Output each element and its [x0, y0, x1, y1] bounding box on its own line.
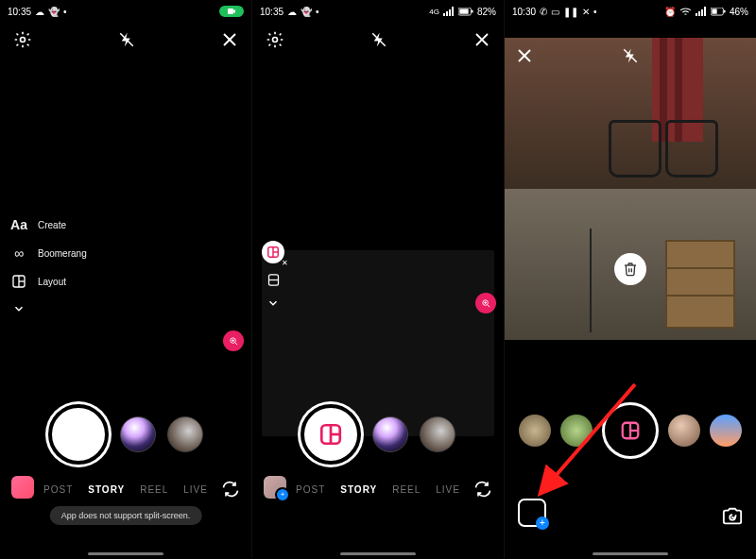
status-dot: • [593, 7, 597, 17]
camera-switch-icon[interactable] [473, 480, 492, 499]
close-small-icon: ✕ [582, 7, 590, 17]
effect-thumb-1[interactable] [120, 416, 156, 452]
shelf-decor [665, 240, 735, 329]
layout-selected-button[interactable]: ✕ [262, 241, 284, 263]
settings-icon[interactable] [13, 30, 32, 49]
capture-mode-tabs: POST STORY REEL LIVE [0, 484, 251, 495]
svg-rect-14 [472, 9, 473, 12]
layout-tool-stack: ✕ [262, 241, 284, 310]
chair-decor [609, 120, 662, 178]
tab-reel[interactable]: REEL [392, 484, 421, 495]
status-dot: • [316, 7, 319, 17]
effect-thumb[interactable] [560, 415, 593, 447]
infinity-icon: ∞ [9, 246, 28, 261]
tab-live[interactable]: LIVE [436, 484, 460, 495]
mode-create-label: Create [38, 220, 66, 230]
mode-layout[interactable]: Layout [9, 274, 87, 289]
close-icon[interactable] [221, 31, 238, 48]
effect-carousel[interactable] [505, 402, 756, 459]
gallery-add-button[interactable]: + [518, 499, 546, 527]
status-bar: 10:30 ✆ ▭ ❚❚ ✕ • ⏰ 46% [505, 0, 756, 23]
alarm-icon: ⏰ [664, 7, 676, 17]
pause-icon: ❚❚ [563, 7, 578, 17]
screen-record-pill[interactable] [219, 6, 244, 17]
status-time: 10:30 [512, 7, 536, 17]
story-mode-list: Aa Create ∞ Boomerang Layout [9, 217, 87, 315]
snapchat-icon: 👻 [48, 7, 60, 17]
signal-icon [443, 7, 455, 16]
tab-story[interactable]: STORY [340, 484, 377, 495]
zoom-button[interactable] [223, 330, 244, 351]
chair-decor [665, 120, 718, 178]
status-bar: 10:35 ☁ 👻 • [0, 0, 251, 23]
tab-story[interactable]: STORY [88, 484, 125, 495]
camera-switch-icon[interactable] [722, 506, 743, 527]
tripod-decor [590, 229, 592, 332]
layout-capture-button[interactable] [602, 402, 659, 459]
snapchat-icon: 👻 [301, 7, 312, 17]
camera-top-bar [0, 23, 251, 57]
home-indicator[interactable] [88, 552, 163, 555]
flash-off-icon[interactable] [622, 47, 639, 64]
svg-rect-33 [724, 9, 726, 12]
battery-icon [711, 8, 726, 16]
battery-text: 82% [477, 7, 496, 17]
settings-icon[interactable] [266, 30, 284, 49]
tab-post[interactable]: POST [296, 484, 325, 495]
svg-rect-13 [459, 8, 468, 13]
delete-button[interactable] [614, 253, 646, 285]
effect-thumb-2[interactable] [420, 416, 455, 452]
signal-icon [696, 7, 707, 16]
svg-point-15 [273, 38, 278, 42]
effect-thumb[interactable] [519, 415, 551, 447]
shutter-button[interactable] [48, 404, 109, 465]
home-indicator[interactable] [593, 552, 668, 555]
whatsapp-icon: ✆ [540, 7, 547, 17]
flash-off-icon[interactable] [370, 31, 387, 48]
svg-rect-0 [228, 8, 233, 14]
shutter-layout-button[interactable] [301, 404, 361, 465]
mode-create[interactable]: Aa Create [9, 217, 87, 232]
text-aa-icon: Aa [9, 217, 28, 232]
phone-screenshot-3: 10:30 ✆ ▭ ❚❚ ✕ • ⏰ 46% [505, 0, 756, 559]
tab-post[interactable]: POST [43, 484, 73, 495]
shutter-row [0, 404, 251, 465]
wifi-icon [679, 7, 692, 16]
svg-point-1 [21, 38, 26, 42]
phone-screenshot-1: 10:35 ☁ 👻 • Aa [0, 0, 252, 559]
status-bar: 10:35 ☁ 👻 • 4G 82% [252, 0, 504, 23]
mode-expand[interactable] [9, 302, 87, 315]
chevron-down-icon[interactable] [266, 296, 280, 310]
status-dot: • [63, 7, 67, 17]
mode-boomerang[interactable]: ∞ Boomerang [9, 246, 87, 261]
close-icon[interactable] [473, 31, 490, 48]
toast-message: App does not support split-screen. [50, 506, 202, 525]
chevron-down-icon [9, 302, 28, 315]
close-icon[interactable] [516, 47, 533, 64]
phone-screenshot-2: 10:35 ☁ 👻 • 4G 82% [252, 0, 505, 559]
home-indicator[interactable] [340, 552, 416, 555]
battery-text: 46% [730, 7, 748, 17]
camera-switch-icon[interactable] [221, 480, 240, 499]
effect-thumb-1[interactable] [372, 416, 408, 452]
tab-reel[interactable]: REEL [140, 484, 168, 495]
message-icon: ▭ [551, 7, 559, 17]
mode-layout-label: Layout [38, 277, 66, 287]
effect-thumb[interactable] [668, 415, 700, 447]
grid-option-icon[interactable] [266, 273, 281, 287]
mode-boomerang-label: Boomerang [38, 248, 87, 259]
flash-off-icon[interactable] [118, 31, 135, 48]
cloud-icon: ☁ [287, 7, 297, 17]
zoom-button[interactable] [475, 293, 496, 313]
effect-thumb-2[interactable] [167, 416, 203, 452]
svg-line-25 [487, 304, 489, 306]
effect-thumb[interactable] [710, 415, 742, 447]
tab-live[interactable]: LIVE [183, 484, 208, 495]
battery-icon [458, 8, 473, 16]
toast-text: App does not support split-screen. [61, 511, 191, 520]
shutter-row [252, 404, 504, 465]
svg-line-9 [234, 342, 236, 344]
cloud-icon: ☁ [35, 7, 44, 17]
plus-badge-icon: + [536, 517, 549, 530]
close-mini-icon: ✕ [282, 259, 288, 267]
